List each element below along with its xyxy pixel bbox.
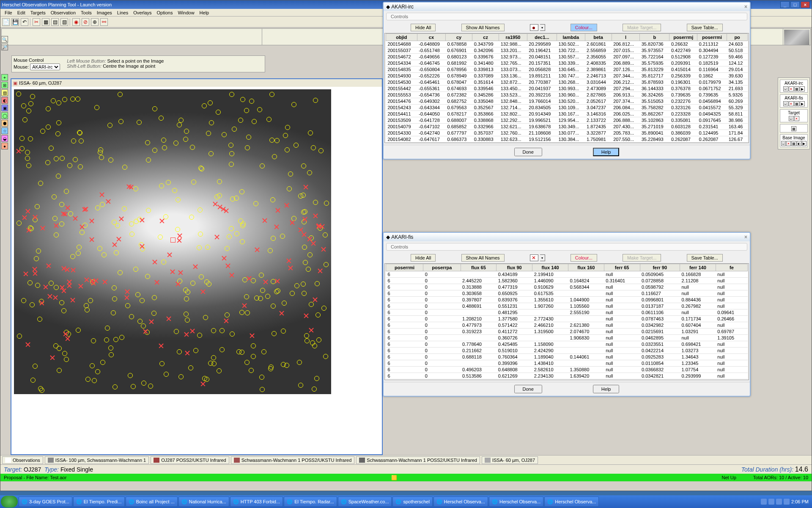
- link-icon[interactable]: ⚯: [100, 18, 108, 26]
- source-marker[interactable]: [34, 256, 39, 261]
- table-row[interactable]: 200154688-0.6488090.6788580.343799132.98…: [386, 41, 748, 47]
- source-marker[interactable]: [145, 274, 150, 279]
- source-x-marker[interactable]: [54, 223, 59, 228]
- col-ferr65[interactable]: ferr 65: [604, 264, 640, 271]
- source-x-marker[interactable]: [61, 211, 66, 216]
- table-row[interactable]: 600.6881180.7603641.1890400.144061null0.…: [386, 354, 748, 360]
- side-tool-8[interactable]: ☆: [1, 127, 8, 134]
- source-marker[interactable]: [246, 135, 251, 140]
- marker-dropdown[interactable]: ▾: [540, 24, 545, 31]
- source-x-marker[interactable]: [184, 332, 189, 337]
- side-tool-1[interactable]: +: [1, 74, 8, 81]
- source-marker[interactable]: [35, 283, 40, 288]
- table-row[interactable]: 200155442-0.6553610.6746930.339546133.45…: [386, 86, 748, 92]
- source-marker[interactable]: [109, 352, 114, 357]
- source-marker[interactable]: [71, 138, 76, 144]
- source-x-marker[interactable]: [309, 328, 314, 333]
- source-marker[interactable]: [280, 234, 285, 239]
- source-x-marker[interactable]: [23, 271, 28, 276]
- source-marker[interactable]: [307, 252, 313, 257]
- source-marker[interactable]: [21, 298, 26, 303]
- source-marker[interactable]: [118, 119, 123, 124]
- source-marker[interactable]: [152, 106, 157, 111]
- source-marker[interactable]: [91, 338, 96, 343]
- col-lambda[interactable]: lambda: [557, 34, 585, 41]
- zoom-out-icon[interactable]: 🔎: [1, 44, 8, 50]
- source-marker[interactable]: [216, 110, 221, 115]
- table-row[interactable]: 600.3607261.906830null0.0462895null1.391…: [386, 335, 748, 341]
- source-marker[interactable]: [56, 120, 61, 125]
- source-marker[interactable]: [100, 360, 105, 365]
- source-marker[interactable]: [92, 378, 97, 383]
- source-marker[interactable]: [269, 92, 274, 97]
- source-marker[interactable]: [30, 94, 35, 99]
- source-x-marker[interactable]: [73, 216, 78, 221]
- source-marker[interactable]: [260, 387, 265, 392]
- source-marker[interactable]: [113, 337, 118, 342]
- task-item-1[interactable]: 🌐El Tiempo. Predi...: [73, 497, 125, 507]
- source-marker[interactable]: [199, 274, 204, 279]
- source-marker[interactable]: [140, 298, 145, 303]
- source-marker[interactable]: [198, 207, 203, 213]
- source-marker[interactable]: [64, 357, 69, 362]
- source-marker[interactable]: [70, 97, 75, 102]
- col-l[interactable]: l: [612, 34, 640, 41]
- source-marker[interactable]: [134, 219, 139, 224]
- source-marker[interactable]: [166, 180, 171, 185]
- source-x-marker[interactable]: [229, 273, 234, 278]
- source-marker[interactable]: [145, 140, 150, 145]
- source-marker[interactable]: [205, 245, 210, 250]
- source-marker[interactable]: [100, 202, 105, 207]
- source-x-marker[interactable]: [83, 207, 88, 212]
- table-row[interactable]: 200154411-0.6440500.6782170.353866132.80…: [386, 111, 748, 117]
- tab-2[interactable]: OJ287 POSS2/UKSTU Infrared: [151, 456, 229, 464]
- source-x-marker[interactable]: [313, 297, 318, 302]
- source-marker[interactable]: [203, 315, 208, 320]
- source-marker[interactable]: [36, 248, 41, 254]
- source-marker[interactable]: [323, 232, 328, 237]
- source-x-marker[interactable]: [190, 329, 195, 334]
- source-marker[interactable]: [217, 193, 222, 198]
- undo-icon[interactable]: ↶: [21, 18, 28, 26]
- source-marker[interactable]: [228, 143, 233, 148]
- source-marker[interactable]: [178, 118, 184, 123]
- source-marker[interactable]: [59, 300, 64, 305]
- table-row[interactable]: 600.3993961.438410null0.01108541.23345nu…: [386, 360, 748, 367]
- source-marker[interactable]: [229, 226, 234, 231]
- source-marker[interactable]: [291, 102, 296, 107]
- source-marker[interactable]: [309, 302, 314, 307]
- source-marker[interactable]: [141, 323, 146, 329]
- source-marker[interactable]: [57, 368, 62, 373]
- source-marker[interactable]: [111, 310, 116, 315]
- source-x-marker[interactable]: [177, 238, 182, 243]
- side-tool-10[interactable]: ●: [1, 143, 8, 149]
- source-marker[interactable]: [202, 103, 207, 108]
- source-x-marker[interactable]: [33, 215, 38, 220]
- table-row[interactable]: 200153509-0.6417280.6880070.338868132.29…: [386, 117, 748, 124]
- target-marker[interactable]: [170, 237, 176, 243]
- table-row[interactable]: 200154330-0.6427400.6777970.357037132.76…: [386, 130, 748, 136]
- source-x-marker[interactable]: [124, 295, 129, 300]
- col-flux90[interactable]: flux 90: [497, 264, 532, 271]
- source-marker[interactable]: [225, 312, 230, 318]
- side-tool-4[interactable]: ◐: [1, 97, 8, 104]
- table-row[interactable]: 600.4812952.555190null0.0611106null0.096…: [386, 309, 748, 316]
- side-tool-9[interactable]: ◒: [1, 135, 8, 142]
- source-marker[interactable]: [54, 232, 59, 237]
- grid-icon[interactable]: ▦: [42, 18, 49, 26]
- source-x-marker[interactable]: [39, 301, 44, 306]
- source-marker[interactable]: [175, 227, 180, 232]
- source-marker[interactable]: [172, 188, 177, 193]
- source-marker[interactable]: [46, 106, 51, 111]
- source-marker[interactable]: [259, 273, 264, 278]
- task-item-4[interactable]: 🌐HTTP 403 Forbid...: [230, 497, 283, 507]
- source-marker[interactable]: [234, 231, 239, 236]
- source-x-marker[interactable]: [154, 280, 159, 285]
- source-x-marker[interactable]: [46, 263, 51, 268]
- source-x-marker[interactable]: [25, 209, 30, 214]
- source-marker[interactable]: [211, 328, 216, 333]
- source-marker[interactable]: [324, 201, 329, 206]
- source-marker[interactable]: [107, 123, 112, 128]
- source-marker[interactable]: [141, 381, 146, 386]
- side-tool-3[interactable]: ▨: [1, 89, 8, 96]
